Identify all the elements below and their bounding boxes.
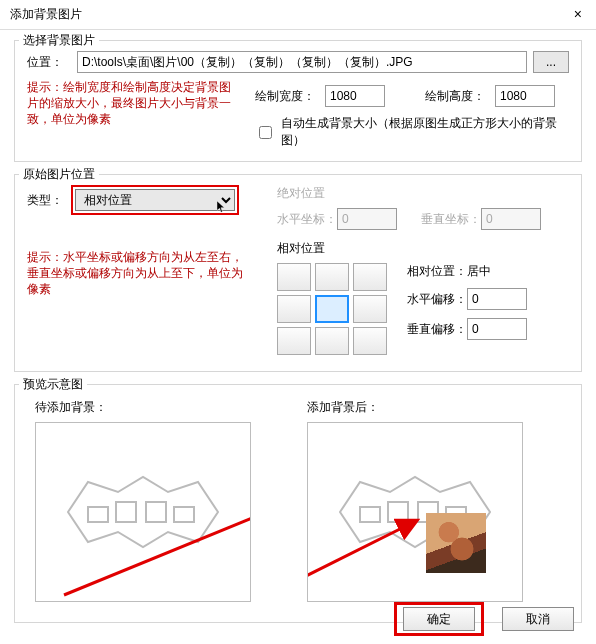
cancel-button[interactable]: 取消 bbox=[502, 607, 574, 631]
original-position-legend: 原始图片位置 bbox=[19, 166, 99, 183]
grid-cell-br[interactable] bbox=[353, 327, 387, 355]
draw-width-label: 绘制宽度： bbox=[255, 88, 315, 105]
browse-button[interactable]: ... bbox=[533, 51, 569, 73]
abs-y-input bbox=[481, 208, 541, 230]
select-hint: 提示：绘制宽度和绘制高度决定背景图片的缩放大小，最终图片大小与背景一致，单位为像… bbox=[27, 79, 237, 127]
auto-size-checkbox[interactable] bbox=[259, 126, 272, 139]
preview-before-box bbox=[35, 422, 251, 602]
relative-group: 相对位置 bbox=[277, 240, 569, 355]
auto-size-label: 自动生成背景大小（根据原图生成正方形大小的背景图） bbox=[281, 115, 569, 149]
type-highlight: 相对位置 bbox=[71, 185, 239, 215]
abs-y-label: 垂直坐标： bbox=[421, 211, 481, 228]
close-icon[interactable]: × bbox=[574, 6, 582, 22]
footer: 确定 取消 bbox=[394, 602, 574, 636]
preview-after-label: 添加背景后： bbox=[307, 399, 523, 416]
rel-voff-input[interactable] bbox=[467, 318, 527, 340]
ok-highlight: 确定 bbox=[394, 602, 484, 636]
svg-marker-0 bbox=[68, 477, 218, 547]
grid-cell-tr[interactable] bbox=[353, 263, 387, 291]
rel-voff-label: 垂直偏移： bbox=[407, 321, 467, 338]
path-input[interactable] bbox=[77, 51, 527, 73]
grid-cell-ml[interactable] bbox=[277, 295, 311, 323]
type-label: 类型： bbox=[27, 192, 71, 209]
draw-height-label: 绘制高度： bbox=[425, 88, 485, 105]
preview-legend: 预览示意图 bbox=[19, 376, 87, 393]
draw-height-input[interactable] bbox=[495, 85, 555, 107]
absolute-group-title: 绝对位置 bbox=[277, 185, 569, 202]
select-image-legend: 选择背景图片 bbox=[19, 32, 99, 49]
draw-width-input[interactable] bbox=[325, 85, 385, 107]
rel-hoff-label: 水平偏移： bbox=[407, 291, 467, 308]
ok-button[interactable]: 确定 bbox=[403, 607, 475, 631]
grid-cell-tl[interactable] bbox=[277, 263, 311, 291]
path-label: 位置： bbox=[27, 54, 71, 71]
window-title: 添加背景图片 bbox=[10, 6, 82, 23]
preview-overlay-image bbox=[426, 513, 486, 573]
preview-group: 预览示意图 待添加背景： bbox=[14, 384, 582, 623]
original-position-group: 原始图片位置 类型： 相对位置 提示：水平坐标或偏移方向为从左至右，垂直坐标或偏… bbox=[14, 174, 582, 372]
preview-before-label: 待添加背景： bbox=[35, 399, 251, 416]
relative-group-title: 相对位置 bbox=[277, 240, 569, 257]
preview-after-box bbox=[307, 422, 523, 602]
grid-cell-mr[interactable] bbox=[353, 295, 387, 323]
grid-cell-tc[interactable] bbox=[315, 263, 349, 291]
browse-label: ... bbox=[546, 55, 556, 69]
position-hint: 提示：水平坐标或偏移方向为从左至右，垂直坐标或偏移方向为从上至下，单位为像素 bbox=[27, 249, 247, 297]
select-image-group: 选择背景图片 位置： ... 提示：绘制宽度和绘制高度决定背景图片的缩放大小，最… bbox=[14, 40, 582, 162]
grid-cell-bc[interactable] bbox=[315, 327, 349, 355]
type-select[interactable]: 相对位置 bbox=[75, 189, 235, 211]
abs-x-label: 水平坐标： bbox=[277, 211, 337, 228]
grid-cell-bl[interactable] bbox=[277, 327, 311, 355]
position-grid bbox=[277, 263, 387, 355]
abs-x-input bbox=[337, 208, 397, 230]
rel-hoff-input[interactable] bbox=[467, 288, 527, 310]
grid-cell-center[interactable] bbox=[315, 295, 349, 323]
preview-before-image bbox=[58, 472, 228, 552]
rel-pos-label: 相对位置： bbox=[407, 263, 467, 280]
absolute-group: 绝对位置 水平坐标： 垂直坐标： bbox=[277, 185, 569, 230]
title-bar: 添加背景图片 × bbox=[0, 0, 596, 30]
rel-pos-value: 居中 bbox=[467, 263, 507, 280]
